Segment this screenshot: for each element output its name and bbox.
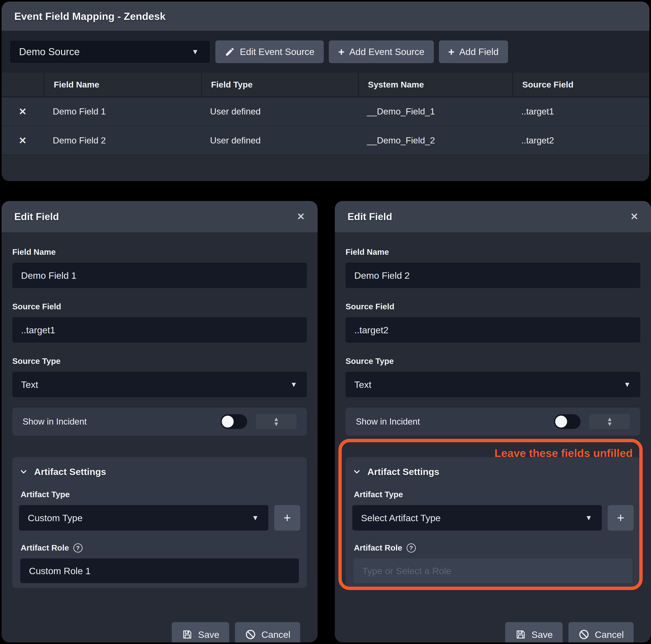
- help-icon[interactable]: ?: [407, 544, 416, 553]
- show-in-incident-toggle[interactable]: [221, 414, 247, 429]
- artifact-type-value: Custom Type: [28, 513, 83, 523]
- add-artifact-type-button[interactable]: +: [608, 505, 633, 530]
- cancel-button[interactable]: Cancel: [235, 622, 300, 642]
- cell-source-field: ..target2: [512, 126, 649, 155]
- source-field-input[interactable]: [12, 317, 307, 343]
- cell-source-field: ..target1: [512, 97, 649, 126]
- table-header-field-type: Field Type: [201, 72, 358, 96]
- source-type-select[interactable]: Text ▼: [12, 372, 307, 397]
- event-field-mapping-panel: Event Field Mapping - Zendesk Demo Sourc…: [2, 2, 649, 181]
- source-type-select[interactable]: Text ▼: [345, 372, 640, 397]
- cell-field-type: User defined: [201, 126, 358, 155]
- chevron-down-icon: ▼: [624, 381, 631, 388]
- source-field-label: Source Field: [345, 302, 640, 311]
- order-stepper[interactable]: ▲ ▼: [256, 414, 297, 429]
- add-field-button[interactable]: + Add Field: [439, 40, 508, 63]
- plus-icon: +: [448, 47, 455, 57]
- add-field-label: Add Field: [459, 46, 499, 57]
- cell-field-name: Demo Field 2: [44, 126, 201, 155]
- no-entry-icon: [245, 629, 256, 640]
- field-name-input[interactable]: [345, 263, 640, 288]
- cancel-label: Cancel: [261, 629, 290, 640]
- cell-field-name: Demo Field 1: [44, 97, 201, 126]
- cancel-button[interactable]: Cancel: [568, 622, 633, 642]
- artifact-role-label: Artifact Role: [354, 543, 402, 553]
- artifact-type-placeholder: Select Artifact Type: [361, 513, 440, 523]
- delete-row-icon[interactable]: ✕: [19, 135, 27, 146]
- event-source-select[interactable]: Demo Source ▼: [9, 40, 210, 63]
- field-name-label: Field Name: [12, 247, 307, 257]
- table-header-system-name: System Name: [358, 72, 512, 96]
- save-button[interactable]: Save: [172, 622, 229, 642]
- chevron-down-icon: ▼: [192, 48, 199, 55]
- help-icon[interactable]: ?: [73, 544, 83, 553]
- toggle-knob: [555, 416, 567, 428]
- edit-event-source-button[interactable]: Edit Event Source: [215, 40, 324, 63]
- show-in-incident-row: Show in Incident ▲ ▼: [12, 407, 307, 436]
- delete-row-icon[interactable]: ✕: [19, 106, 27, 117]
- show-in-incident-toggle[interactable]: [554, 414, 581, 429]
- artifact-settings-panel: Artifact Settings Artifact Type Custom T…: [12, 457, 307, 588]
- show-in-incident-label: Show in Incident: [356, 417, 420, 427]
- artifact-settings-collapse[interactable]: Artifact Settings: [19, 466, 300, 477]
- table-header-delete-col: [2, 72, 44, 96]
- close-icon[interactable]: ✕: [630, 212, 638, 221]
- chevron-down-icon: ▼: [290, 381, 297, 388]
- field-name-input[interactable]: [12, 263, 307, 288]
- artifact-type-label: Artifact Type: [352, 490, 633, 499]
- floppy-disk-icon: [182, 629, 193, 640]
- event-source-select-value: Demo Source: [19, 46, 80, 58]
- save-label: Save: [198, 629, 219, 640]
- no-entry-icon: [578, 629, 590, 640]
- table-header-source-field: Source Field: [512, 72, 649, 96]
- dialog-header: Edit Field ✕: [335, 201, 651, 232]
- chevron-down-icon: [352, 467, 362, 477]
- order-stepper[interactable]: ▲ ▼: [589, 414, 630, 429]
- artifact-role-input[interactable]: [353, 558, 632, 583]
- dialog-header: Edit Field ✕: [2, 201, 317, 232]
- dialog-title: Edit Field: [14, 211, 59, 222]
- save-button[interactable]: Save: [505, 622, 562, 642]
- stepper-down-icon[interactable]: ▼: [273, 422, 279, 427]
- dialog-body: Field Name Source Field Source Type Text…: [335, 247, 651, 642]
- cancel-label: Cancel: [595, 629, 624, 640]
- source-field-input[interactable]: [345, 317, 640, 343]
- cell-system-name: __Demo_Field_2: [358, 126, 512, 155]
- toggle-knob: [222, 416, 234, 428]
- plus-icon: +: [617, 512, 624, 524]
- add-event-source-button[interactable]: + Add Event Source: [329, 40, 434, 63]
- window-titlebar: Event Field Mapping - Zendesk: [2, 2, 649, 31]
- artifact-type-select[interactable]: Select Artifact Type ▼: [352, 505, 602, 530]
- dialog-title: Edit Field: [347, 211, 392, 222]
- plus-icon: +: [283, 512, 291, 524]
- source-field-label: Source Field: [12, 302, 307, 311]
- table-row[interactable]: ✕ Demo Field 2 User defined __Demo_Field…: [2, 126, 649, 155]
- source-type-label: Source Type: [345, 357, 640, 366]
- artifact-role-input[interactable]: [20, 558, 299, 583]
- source-type-value: Text: [354, 379, 371, 390]
- edit-field-dialog-2: Edit Field ✕ Field Name Source Field Sou…: [335, 201, 651, 642]
- dialog-body: Field Name Source Field Source Type Text…: [2, 247, 317, 642]
- stepper-down-icon[interactable]: ▼: [607, 422, 613, 427]
- table-row[interactable]: ✕ Demo Field 1 User defined __Demo_Field…: [2, 97, 649, 126]
- artifact-settings-title: Artifact Settings: [34, 466, 106, 477]
- close-icon[interactable]: ✕: [297, 212, 305, 221]
- toolbar: Demo Source ▼ Edit Event Source + Add Ev…: [2, 31, 649, 72]
- save-label: Save: [532, 629, 553, 640]
- table-header-field-name: Field Name: [44, 72, 201, 96]
- artifact-settings-panel: Artifact Settings Artifact Type Select A…: [345, 457, 640, 588]
- source-type-label: Source Type: [12, 357, 307, 366]
- table-header: Field Name Field Type System Name Source…: [2, 72, 649, 97]
- page-title: Event Field Mapping - Zendesk: [14, 10, 166, 22]
- cell-field-type: User defined: [201, 97, 358, 126]
- source-type-value: Text: [21, 379, 38, 390]
- artifact-settings-collapse[interactable]: Artifact Settings: [352, 466, 633, 477]
- pencil-icon: [225, 47, 235, 57]
- cell-system-name: __Demo_Field_1: [358, 97, 512, 126]
- field-name-label: Field Name: [345, 247, 640, 257]
- artifact-type-select[interactable]: Custom Type ▼: [19, 505, 268, 530]
- add-artifact-type-button[interactable]: +: [274, 505, 300, 530]
- edit-event-source-label: Edit Event Source: [240, 46, 314, 57]
- add-event-source-label: Add Event Source: [349, 46, 425, 57]
- plus-icon: +: [338, 47, 345, 57]
